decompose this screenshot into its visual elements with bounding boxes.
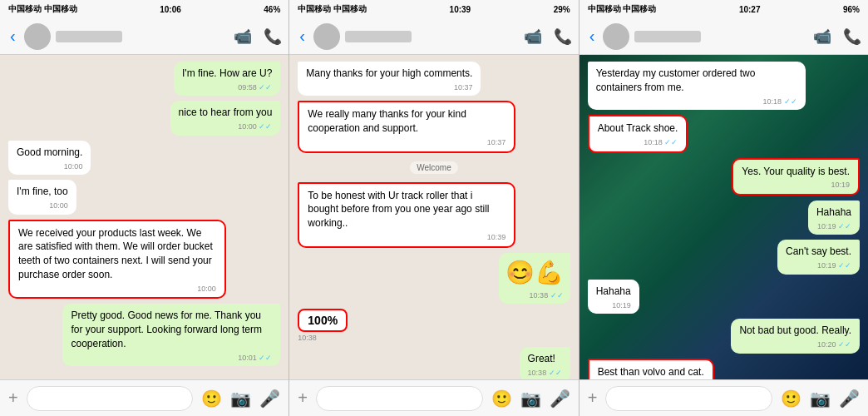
message-bubble: We really many thanks for your kind coop…	[298, 101, 515, 152]
nav-bar: ‹ 📹 📞	[579, 18, 868, 55]
phone-panel-panel1: 中国移动 中国移动 10:06 46% ‹ 📹 📞 I'm fine. How …	[0, 0, 289, 416]
message-row: To be honest with Ur track roller that i…	[298, 182, 570, 248]
message-row: Many thanks for your high comments.10:37	[298, 62, 570, 96]
message-bubble: Best than volvo and cat.10:20	[588, 359, 714, 379]
message-row: We received your products last week. We …	[8, 220, 280, 300]
message-bubble: Good morning.10:00	[8, 141, 91, 175]
message-input[interactable]	[27, 386, 194, 411]
back-button[interactable]: ‹	[296, 27, 308, 46]
message-time: 10:37	[308, 137, 506, 148]
video-call-icon[interactable]: 📹	[524, 27, 542, 46]
add-icon[interactable]: +	[588, 389, 598, 408]
status-bar: 中国移动 中国移动 10:39 29%	[289, 0, 578, 18]
message-time: 10:00	[17, 161, 82, 172]
message-bubble: Hahaha10:19	[808, 201, 860, 235]
message-input[interactable]	[316, 386, 483, 411]
status-battery: 46%	[264, 5, 280, 14]
message-row: I'm fine. How are U?09:58	[8, 62, 280, 96]
message-text: Can't say best.	[786, 245, 851, 259]
message-bubble: I'm fine. How are U?09:58	[174, 62, 280, 96]
status-battery: 96%	[843, 5, 860, 14]
add-icon[interactable]: +	[8, 389, 18, 408]
message-row: Can't say best.10:19	[588, 240, 860, 274]
message-time: 10:18	[598, 137, 678, 148]
message-row: Not bad but good. Really.10:20	[588, 319, 860, 353]
message-text: We received your products last week. We …	[18, 226, 216, 282]
mic-icon[interactable]: 🎤	[550, 389, 570, 409]
chat-area: Many thanks for your high comments.10:37…	[289, 55, 578, 379]
status-carrier: 中国移动 中国移动	[588, 3, 657, 15]
message-time: 10:19	[596, 300, 631, 311]
camera-icon[interactable]: 📷	[810, 389, 831, 409]
phone-panel-panel3: 中国移动 中国移动 10:27 96% ‹ 📹 📞 Yesterday my c…	[579, 0, 868, 416]
sticker-icon[interactable]: 🙂	[781, 389, 801, 409]
message-text: Not bad but good. Really.	[739, 324, 851, 338]
message-text: Hahaha	[596, 285, 631, 299]
back-button[interactable]: ‹	[7, 27, 19, 46]
message-bubble: I'm fine, too10:00	[8, 180, 76, 214]
message-row: I'm fine, too10:00	[8, 180, 280, 214]
message-text: 😊💪	[506, 256, 564, 289]
status-time: 10:06	[160, 5, 181, 14]
message-time: 10:38	[528, 368, 562, 379]
message-bubble: About Track shoe.10:18	[588, 115, 688, 152]
add-icon[interactable]: +	[298, 389, 308, 408]
status-time: 10:27	[739, 5, 761, 14]
message-bubble: 😊💪10:38	[499, 253, 570, 305]
message-text: Yes. Your quality is best.	[742, 165, 850, 179]
back-button[interactable]: ‹	[586, 27, 599, 46]
message-time: 09:58	[182, 82, 272, 93]
status-bar: 中国移动 中国移动 10:06 46%	[0, 0, 289, 18]
message-text: Best than volvo and cat.	[598, 365, 704, 379]
message-row: Yesterday my customer ordered two contai…	[588, 62, 860, 110]
status-bar: 中国移动 中国移动 10:27 96%	[579, 0, 868, 18]
message-bubble: Can't say best.10:19	[777, 240, 860, 274]
message-bubble: Yesterday my customer ordered two contai…	[588, 62, 806, 110]
message-time: 10:37	[306, 82, 472, 93]
avatar	[603, 23, 629, 50]
voice-call-icon[interactable]: 📞	[264, 27, 282, 46]
camera-icon[interactable]: 📷	[520, 389, 541, 409]
message-text: Pretty good. Good news for me. Thank you…	[71, 309, 272, 350]
chat-area: I'm fine. How are U?09:58nice to hear fr…	[0, 55, 289, 379]
message-time: 10:19	[786, 260, 851, 271]
phone-panel-panel2: 中国移动 中国移动 10:39 29% ‹ 📹 📞 Many thanks fo…	[289, 0, 579, 416]
message-row: Pretty good. Good news for me. Thank you…	[8, 304, 280, 366]
message-row: Great!10:38	[298, 347, 570, 379]
message-input[interactable]	[605, 386, 772, 411]
message-bubble: Yes. Your quality is best.10:19	[732, 158, 860, 196]
message-row: Hahaha10:19	[588, 201, 860, 235]
mic-icon[interactable]: 🎤	[839, 389, 860, 409]
video-call-icon[interactable]: 📹	[813, 27, 831, 46]
message-text: Yesterday my customer ordered two contai…	[596, 67, 797, 95]
video-call-icon[interactable]: 📹	[234, 27, 252, 46]
camera-icon[interactable]: 📷	[230, 389, 251, 409]
message-text: To be honest with Ur track roller that i…	[308, 189, 506, 230]
message-time: 10:18	[596, 97, 797, 107]
message-text: Many thanks for your high comments.	[306, 67, 472, 81]
status-carrier: 中国移动 中国移动	[298, 3, 367, 15]
sticker-icon[interactable]: 🙂	[491, 389, 512, 409]
voice-call-icon[interactable]: 📞	[843, 27, 861, 46]
message-text: Good morning.	[17, 146, 82, 160]
message-bubble: nice to hear from you10:00	[170, 101, 281, 135]
avatar	[313, 23, 340, 50]
message-row: Hahaha10:19	[588, 280, 860, 314]
status-carrier: 中国移动 中国移动	[8, 3, 77, 15]
message-text: nice to hear from you	[179, 106, 273, 120]
timestamp-label: Welcome	[410, 161, 458, 174]
bottom-bar: + 🙂 📷 🎤	[289, 379, 578, 416]
message-row: Best than volvo and cat.10:20	[588, 359, 860, 379]
message-time: 10:00	[17, 201, 68, 211]
message-time: 10:20	[739, 339, 851, 350]
voice-call-icon[interactable]: 📞	[554, 27, 572, 46]
sticker-icon[interactable]: 🙂	[201, 389, 222, 409]
message-text: About Track shoe.	[598, 121, 678, 136]
bottom-bar: + 🙂 📷 🎤	[579, 379, 868, 416]
message-text: I'm fine. How are U?	[182, 67, 272, 81]
message-row: 😊💪10:38	[298, 253, 570, 305]
message-row: About Track shoe.10:18	[588, 115, 860, 152]
message-time: 10:00	[179, 121, 273, 132]
message-bubble: Many thanks for your high comments.10:37	[298, 62, 481, 96]
mic-icon[interactable]: 🎤	[259, 389, 280, 409]
